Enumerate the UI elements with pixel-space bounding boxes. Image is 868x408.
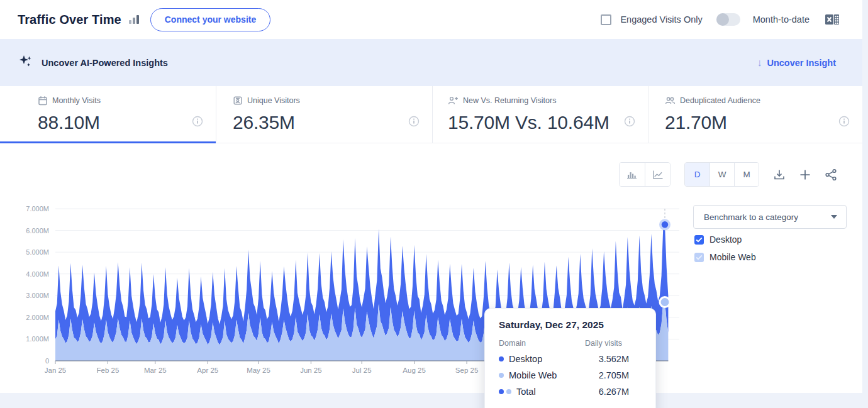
- svg-text:Jun 25: Jun 25: [300, 367, 322, 374]
- svg-text:4.000M: 4.000M: [26, 270, 49, 278]
- download-icon[interactable]: [773, 168, 786, 181]
- chart-tooltip: Saturday, Dec 27, 2025 Domain Daily visi…: [484, 308, 656, 408]
- chart-controls: D W M: [619, 162, 837, 187]
- svg-text:Feb 25: Feb 25: [96, 367, 119, 374]
- user-plus-icon: [448, 96, 459, 106]
- arrow-down-icon: ↓: [757, 57, 762, 69]
- svg-text:Jan 25: Jan 25: [45, 367, 67, 374]
- engaged-visits-label: Engaged Visits Only: [620, 14, 702, 25]
- metric-label: Unique Visitors: [247, 96, 300, 105]
- mobile-web-dot: [499, 373, 504, 378]
- desktop-checkbox[interactable]: [694, 235, 704, 245]
- granularity-weekly-button[interactable]: W: [709, 163, 734, 186]
- calendar-icon: [38, 96, 48, 106]
- ai-insights-text: Uncover AI-Powered Insights: [42, 58, 168, 68]
- info-icon[interactable]: [408, 116, 420, 130]
- svg-text:1.000M: 1.000M: [26, 335, 49, 343]
- metric-value: 26.35M: [233, 112, 295, 133]
- ai-insights-banner: Uncover AI-Powered Insights ↓ Uncover In…: [0, 39, 862, 86]
- svg-text:Aug 25: Aug 25: [403, 367, 425, 374]
- mobile-web-checkbox[interactable]: [694, 253, 704, 262]
- svg-text:3.000M: 3.000M: [26, 292, 49, 299]
- users-icon: [665, 96, 676, 106]
- tooltip-row-value: 3.562M: [572, 354, 642, 364]
- granularity-monthly-button[interactable]: M: [734, 163, 759, 186]
- excel-export-icon[interactable]: [825, 13, 840, 26]
- svg-text:May 25: May 25: [247, 367, 270, 374]
- svg-text:Mar 25: Mar 25: [144, 367, 167, 374]
- page-background-edge: [862, 0, 868, 408]
- desktop-dot: [499, 389, 504, 394]
- granularity-daily-button[interactable]: D: [685, 163, 709, 186]
- metric-card-deduplicated-audience[interactable]: Deduplicated Audience 21.70M: [648, 86, 862, 143]
- tooltip-row-value: 2.705M: [572, 370, 642, 380]
- tooltip-col-daily-visits: Daily visits: [572, 339, 642, 348]
- uncover-insight-link: Uncover Insight: [767, 58, 836, 68]
- uncover-insight-action[interactable]: ↓ Uncover Insight: [757, 57, 836, 69]
- tooltip-row-label: Total: [516, 387, 536, 397]
- chevron-down-icon: [831, 215, 837, 219]
- traffic-over-time-page: Traffic Over Time Connect your website E…: [0, 0, 868, 408]
- metric-label: Monthly Visits: [52, 96, 101, 105]
- month-to-date-label: Month-to-date: [753, 14, 810, 25]
- unique-visitor-icon: [233, 96, 243, 106]
- tooltip-row-desktop: Desktop 3.562M: [499, 354, 642, 364]
- next-section-background: [0, 393, 868, 408]
- desktop-dot: [499, 356, 504, 361]
- svg-text:6.000M: 6.000M: [26, 227, 49, 234]
- metric-value: 15.70M Vs. 10.64M: [448, 112, 609, 133]
- legend-mobile-web[interactable]: Mobile Web: [694, 252, 756, 262]
- svg-text:0: 0: [45, 357, 49, 365]
- bar-chart-mini-icon: [129, 15, 139, 24]
- connect-website-button[interactable]: Connect your website: [150, 8, 270, 31]
- benchmark-dropdown-value: Benchmark to a category: [704, 212, 798, 222]
- legend-desktop-label: Desktop: [709, 234, 742, 245]
- line-chart-icon: [652, 170, 664, 180]
- svg-text:7.000M: 7.000M: [26, 205, 49, 212]
- add-icon[interactable]: [799, 169, 811, 180]
- info-icon[interactable]: [838, 116, 850, 130]
- svg-text:Apr 25: Apr 25: [197, 367, 218, 374]
- chart-type-toggle: [619, 162, 670, 187]
- line-chart-type-button[interactable]: [645, 163, 670, 186]
- info-icon[interactable]: [192, 116, 203, 130]
- metric-cards-row: Monthly Visits 88.10M Unique Visitors 26…: [0, 86, 862, 143]
- bar-chart-type-button[interactable]: [620, 163, 645, 186]
- tooltip-date: Saturday, Dec 27, 2025: [499, 319, 642, 331]
- legend-desktop[interactable]: Desktop: [694, 234, 742, 245]
- page-title: Traffic Over Time: [18, 13, 121, 27]
- month-to-date-toggle[interactable]: [716, 13, 740, 26]
- metric-card-unique-visitors[interactable]: Unique Visitors 26.35M: [216, 86, 433, 143]
- metric-label: Deduplicated Audience: [680, 96, 760, 105]
- metric-card-new-vs-returning[interactable]: New Vs. Returning Visitors 15.70M Vs. 10…: [433, 86, 648, 143]
- engaged-visits-checkbox[interactable]: [601, 14, 611, 25]
- svg-text:Sep 25: Sep 25: [455, 367, 478, 374]
- granularity-switcher: D W M: [684, 162, 759, 187]
- bar-chart-icon: [626, 170, 638, 180]
- tooltip-row-label: Desktop: [509, 354, 542, 364]
- metric-label: New Vs. Returning Visitors: [463, 96, 556, 105]
- tooltip-row-value: 6.267M: [572, 387, 642, 397]
- info-icon[interactable]: [624, 116, 635, 130]
- chart-section: D W M 01.000M2.000M3.000M4.000M5.000M6.0…: [0, 143, 862, 393]
- svg-text:5.000M: 5.000M: [26, 248, 49, 256]
- header: Traffic Over Time Connect your website E…: [0, 0, 862, 39]
- tooltip-row-total: Total 6.267M: [499, 387, 642, 397]
- share-icon[interactable]: [825, 168, 837, 181]
- tooltip-row-label: Mobile Web: [509, 370, 557, 380]
- benchmark-dropdown[interactable]: Benchmark to a category: [693, 205, 847, 229]
- svg-text:2.000M: 2.000M: [26, 314, 49, 321]
- metric-value: 88.10M: [38, 112, 100, 133]
- tooltip-row-mobile-web: Mobile Web 2.705M: [499, 370, 642, 380]
- toggle-knob: [716, 13, 729, 26]
- sparkle-icon: [18, 53, 34, 72]
- metric-value: 21.70M: [665, 112, 727, 133]
- mobile-web-dot: [506, 389, 511, 394]
- legend-mobile-web-label: Mobile Web: [709, 252, 756, 262]
- tooltip-col-domain: Domain: [499, 339, 526, 348]
- svg-text:Jul 25: Jul 25: [352, 367, 372, 374]
- metric-card-monthly-visits[interactable]: Monthly Visits 88.10M: [0, 86, 216, 143]
